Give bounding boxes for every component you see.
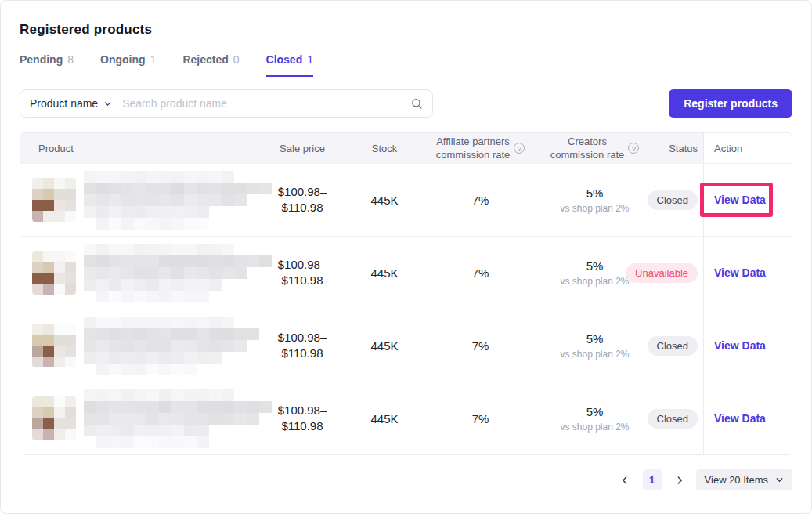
product-cell [20,382,259,454]
product-image-blurred [32,396,76,440]
status-cell: Closed [652,309,703,382]
product-cell [20,237,259,309]
page-number-current[interactable]: 1 [643,469,662,490]
tab-closed[interactable]: Closed 1 [266,53,313,77]
tab-pending[interactable]: Pending 8 [20,53,74,77]
search-filter-label: Product name [30,97,98,110]
view-data-link[interactable]: View Data [714,412,766,425]
page-title: Registered products [20,1,792,38]
stock-cell: 445K [345,382,424,454]
action-cell: View Data [703,382,792,454]
table-row: $100.98– $110.98 445K 7% 5% vs shop plan… [20,236,792,309]
tab-closed-count: 1 [307,53,313,66]
next-page-button[interactable] [672,469,687,490]
tab-ongoing-count: 1 [150,53,157,67]
search-input[interactable] [122,97,402,110]
status-badge: Closed [648,409,698,429]
view-data-link[interactable]: View Data [714,339,766,352]
status-badge: Unavailable [626,263,698,283]
tab-bar: Pending 8 Ongoing 1 Rejected 0 Closed 1 [20,53,792,77]
product-name-blurred [84,317,259,375]
tab-ongoing[interactable]: Ongoing 1 [100,53,156,77]
creators-rate-note: vs shop plan 2% [560,422,629,433]
help-icon[interactable]: ? [628,143,639,154]
creators-rate-value: 5% [586,332,604,346]
status-badge: Closed [648,336,698,356]
table-row: $100.98– $110.98 445K 7% 5% vs shop plan… [20,163,792,236]
status-cell: Unavailable [652,237,703,309]
page-size-select[interactable]: View 20 Items [696,469,792,490]
search-divider [402,98,402,109]
page-size-label: View 20 Items [705,474,768,486]
product-image-blurred [32,324,76,367]
chevron-down-icon [775,476,784,484]
header-affiliate-line1: Affiliate partners [436,135,511,148]
sale-price-line1: $100.98– [278,184,327,200]
creators-rate-note: vs shop plan 2% [560,203,629,214]
table-header: Product Sale price Stock Affiliate partn… [20,133,792,163]
header-sale-price: Sale price [259,133,345,163]
tab-rejected[interactable]: Rejected 0 [182,53,239,77]
view-data-link[interactable]: View Data [714,194,766,206]
sale-price-line2: $110.98 [281,418,323,434]
sale-price-line1: $100.98– [278,403,327,418]
creators-rate-cell: 5% vs shop plan 2% [537,164,652,236]
search-box: Product name [20,89,433,118]
header-creators-line2: commission rate [550,148,625,161]
products-table: Product Sale price Stock Affiliate partn… [20,132,792,455]
toolbar: Product name Register products [20,89,792,118]
creators-rate-value: 5% [586,259,604,273]
product-name-blurred [84,244,272,302]
tab-ongoing-label: Ongoing [100,53,146,67]
tab-pending-label: Pending [20,53,63,67]
sale-price-line1: $100.98– [278,257,327,273]
help-icon[interactable]: ? [514,143,525,154]
search-filter-dropdown[interactable]: Product name [30,97,112,110]
stock-cell: 445K [345,309,424,382]
header-stock: Stock [345,133,424,163]
product-name-blurred [84,389,272,448]
chevron-down-icon [103,100,112,108]
action-cell: View Data [703,237,792,309]
chevron-right-icon [675,476,684,485]
creators-rate-value: 5% [586,186,604,200]
view-data-link[interactable]: View Data [714,266,766,279]
register-products-button[interactable]: Register products [669,89,792,118]
product-name-blurred [84,171,272,230]
chevron-left-icon [620,476,630,485]
product-image-blurred [32,178,76,222]
sale-price-line1: $100.98– [278,330,327,346]
stock-cell: 445K [345,164,424,236]
action-cell: View Data [703,309,792,382]
header-affiliate-line2: commission rate [436,148,511,161]
creators-rate-cell: 5% vs shop plan 2% [537,382,652,454]
header-creators-line1: Creators [550,135,625,148]
sale-price-cell: $100.98– $110.98 [259,164,345,236]
header-creators-rate: Creators commission rate ? [537,133,652,163]
sale-price-cell: $100.98– $110.98 [259,309,345,382]
prev-page-button[interactable] [617,469,633,490]
tab-pending-count: 8 [67,53,74,67]
status-badge: Closed [648,190,698,210]
status-cell: Closed [652,382,703,454]
product-cell [20,164,259,236]
header-affiliate-rate: Affiliate partners commission rate ? [424,133,537,163]
tab-rejected-label: Rejected [182,53,228,67]
creators-rate-note: vs shop plan 2% [560,276,629,287]
registered-products-page: Registered products Pending 8 Ongoing 1 … [1,1,811,490]
search-icon[interactable] [411,98,423,110]
stock-cell: 445K [345,237,424,309]
sale-price-cell: $100.98– $110.98 [259,237,345,309]
pagination: 1 View 20 Items [20,469,792,490]
status-cell: Closed [652,164,703,236]
tab-rejected-count: 0 [233,53,240,67]
creators-rate-cell: 5% vs shop plan 2% [537,309,652,382]
affiliate-rate-cell: 7% [424,382,537,454]
header-status: Status [652,133,703,163]
affiliate-rate-cell: 7% [424,164,537,236]
header-product: Product [20,133,259,163]
table-row: $100.98– $110.98 445K 7% 5% vs shop plan… [20,382,792,454]
sale-price-line2: $110.98 [281,273,323,288]
action-cell: View Data [703,164,792,236]
sale-price-line2: $110.98 [281,200,323,215]
